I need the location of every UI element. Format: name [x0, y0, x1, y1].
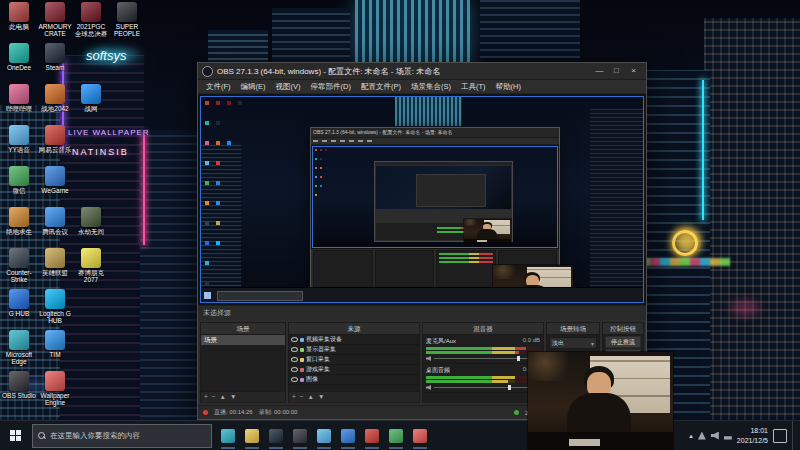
- taskbar-app-button[interactable]: [312, 421, 336, 450]
- desktop-icon[interactable]: 战地2042: [38, 84, 72, 112]
- obs-preview-canvas[interactable]: OBS 27.1.3 (64-bit, windows) - 配置文件: 未命名…: [198, 94, 646, 305]
- eye-icon[interactable]: [291, 347, 298, 352]
- desktop-icon[interactable]: Microsoft Edge: [2, 330, 36, 366]
- desktop-icon[interactable]: Wallpaper Engine: [38, 371, 72, 407]
- preview-dock: [375, 250, 435, 290]
- taskbar-app-button[interactable]: [216, 421, 240, 450]
- desktop-icon-image: [45, 43, 65, 63]
- volume-handle[interactable]: [517, 356, 520, 361]
- taskbar-app-button[interactable]: [240, 421, 264, 450]
- desktop-icon[interactable]: Counter-Strike: [2, 248, 36, 284]
- scenes-tool-button[interactable]: −: [212, 394, 216, 401]
- taskbar-app-button[interactable]: [360, 421, 384, 450]
- source-item[interactable]: 图像: [289, 375, 419, 385]
- menu-item[interactable]: 场景集合(S): [406, 82, 456, 92]
- obs-titlebar[interactable]: OBS 27.1.3 (64-bit, windows) - 配置文件: 未命名…: [198, 63, 646, 80]
- menu-item[interactable]: 视图(V): [271, 82, 306, 92]
- window-control-button[interactable]: —: [591, 65, 608, 78]
- sources-dock-title: 来源: [289, 323, 419, 335]
- window-control-button[interactable]: ×: [625, 65, 642, 78]
- scenes-tool-button[interactable]: +: [204, 394, 208, 401]
- desktop-icon[interactable]: OneDee: [2, 43, 36, 71]
- desktop-icon[interactable]: 网易云音乐: [38, 125, 72, 153]
- desktop-icon[interactable]: 英雄联盟: [38, 248, 72, 276]
- speaker-icon[interactable]: [426, 356, 431, 361]
- taskbar-app-button[interactable]: [408, 421, 432, 450]
- start-button[interactable]: [0, 421, 30, 450]
- source-item[interactable]: 显示器采集: [289, 345, 419, 355]
- controls-dock-title: 控制按钮: [603, 323, 643, 335]
- source-label: 显示器采集: [306, 345, 417, 354]
- source-item[interactable]: 窗口采集: [289, 355, 419, 365]
- taskbar-app-button[interactable]: [336, 421, 360, 450]
- taskbar-app-icon: [389, 429, 403, 443]
- eye-icon[interactable]: [291, 337, 298, 342]
- control-button[interactable]: 停止推流: [605, 336, 641, 348]
- speaker-icon[interactable]: [426, 385, 431, 390]
- desktop-icon[interactable]: 赛博朋克2077: [74, 248, 108, 284]
- volume-handle[interactable]: [508, 385, 511, 390]
- window-control-button[interactable]: □: [608, 65, 625, 78]
- desktop-icon[interactable]: SUPER PEOPLE: [110, 2, 144, 38]
- taskbar-app-button[interactable]: [288, 421, 312, 450]
- desktop-icon[interactable]: 绝地求生: [2, 207, 36, 235]
- desktop-icon[interactable]: Steam: [38, 43, 72, 71]
- desktop-icon[interactable]: TIM: [38, 330, 72, 358]
- network-icon[interactable]: [724, 432, 732, 440]
- captured-display-source[interactable]: OBS 27.1.3 (64-bit, windows) - 配置文件: 未命名…: [200, 96, 644, 303]
- menu-item[interactable]: 配置文件(P): [356, 82, 406, 92]
- desktop-icon[interactable]: 微信: [2, 166, 36, 194]
- desktop-icon[interactable]: OBS Studio: [2, 371, 36, 399]
- desktop-icon[interactable]: 战网: [74, 84, 108, 112]
- desktop-icon[interactable]: 2021PGC全球总决赛: [74, 2, 108, 38]
- notification-center-icon[interactable]: [773, 429, 787, 443]
- scenes-toolbar: + − ▲ ▼: [201, 391, 285, 402]
- eye-icon[interactable]: [291, 367, 298, 372]
- volume-slider[interactable]: [426, 384, 540, 391]
- menu-item[interactable]: 工具(T): [456, 82, 491, 92]
- desktop-icon[interactable]: 此电脑: [2, 2, 36, 30]
- transition-select[interactable]: 淡出 ▾: [549, 337, 597, 349]
- wifi-icon[interactable]: [698, 432, 706, 440]
- mixer-channel: 麦克风/Aux 0.0 dB: [423, 335, 543, 364]
- taskbar-app-button[interactable]: [384, 421, 408, 450]
- desktop-icon[interactable]: Logitech G HUB: [38, 289, 72, 325]
- desktop-icon[interactable]: G HUB: [2, 289, 36, 317]
- mixer-dock-title: 混音器: [423, 323, 543, 335]
- taskbar-app-icon: [269, 429, 283, 443]
- menu-item[interactable]: 文件(F): [201, 82, 236, 92]
- desktop-icon[interactable]: WeGame: [38, 166, 72, 194]
- context-bar-hint: 未选择源: [203, 308, 231, 318]
- desktop-icon[interactable]: 哔哩哔哩: [2, 84, 36, 112]
- desktop-icon[interactable]: YY语音: [2, 125, 36, 153]
- desktop-icon-image: [45, 125, 65, 145]
- wallpaper-building: [480, 0, 580, 58]
- volume-icon[interactable]: [711, 432, 719, 440]
- scene-item[interactable]: 场景: [201, 335, 285, 345]
- eye-icon[interactable]: [291, 377, 298, 382]
- scenes-tool-button[interactable]: ▲: [220, 394, 226, 401]
- sources-tool-button[interactable]: +: [292, 394, 296, 401]
- sources-tool-button[interactable]: ▼: [318, 394, 324, 401]
- audio-meter: [426, 376, 540, 379]
- taskbar-app-icon: [293, 429, 307, 443]
- sources-tool-button[interactable]: ▲: [308, 394, 314, 401]
- taskbar-clock[interactable]: 18:01 2021/12/5: [737, 426, 768, 444]
- desktop-icon[interactable]: 永劫无间: [74, 207, 108, 235]
- eye-icon[interactable]: [291, 357, 298, 362]
- menu-item[interactable]: 编辑(E): [236, 82, 271, 92]
- show-desktop-button[interactable]: [792, 421, 797, 450]
- menu-item[interactable]: 帮助(H): [491, 82, 526, 92]
- scenes-tool-button[interactable]: ▼: [230, 394, 236, 401]
- sources-tool-button[interactable]: −: [300, 394, 304, 401]
- taskbar-app-button[interactable]: [264, 421, 288, 450]
- desktop-icon-label: 永劫无间: [74, 228, 108, 235]
- search-input[interactable]: 在这里输入你要搜索的内容: [32, 424, 212, 448]
- tray-expand-icon[interactable]: ▴: [689, 432, 693, 440]
- desktop-icon[interactable]: 腾讯会议: [38, 207, 72, 235]
- desktop-icon[interactable]: ARMOURY CRATE: [38, 2, 72, 38]
- volume-slider[interactable]: [426, 355, 540, 362]
- source-item[interactable]: 游戏采集: [289, 365, 419, 375]
- source-item[interactable]: 视频采集设备: [289, 335, 419, 345]
- menu-item[interactable]: 停靠部件(D): [306, 82, 356, 92]
